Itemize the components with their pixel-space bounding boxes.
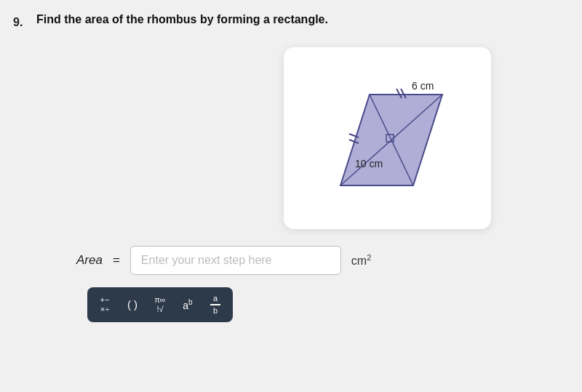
equals-sign: = <box>113 253 120 268</box>
math-toolbar: +− ×÷ ( ) π∞ !√ ab a b <box>87 287 233 322</box>
diagram-card: 6 cm 10 cm <box>284 47 491 229</box>
fraction-button[interactable]: a b <box>202 290 228 319</box>
label-6cm: 6 cm <box>412 80 434 92</box>
question-text: Find the area of the rhombus by forming … <box>36 13 328 26</box>
label-10cm: 10 cm <box>355 158 383 169</box>
parens-button[interactable]: ( ) <box>119 293 146 316</box>
unit-label: cm2 <box>351 253 371 268</box>
parens-label: ( ) <box>127 298 137 311</box>
symbols-button[interactable]: π∞ !√ <box>147 291 173 318</box>
fraction-line <box>210 304 220 305</box>
ops-button[interactable]: +− ×÷ <box>92 291 118 318</box>
question-number: 9. <box>13 16 23 29</box>
page: 9. Find the area of the rhombus by formi… <box>0 0 582 392</box>
power-label: ab <box>183 298 192 311</box>
rhombus-diagram: 6 cm 10 cm <box>304 62 471 215</box>
answer-input[interactable] <box>130 246 341 275</box>
power-button[interactable]: ab <box>175 293 201 316</box>
unit-power: 2 <box>367 253 371 262</box>
answer-row: Area = cm2 <box>76 246 371 275</box>
area-label: Area <box>76 253 103 268</box>
